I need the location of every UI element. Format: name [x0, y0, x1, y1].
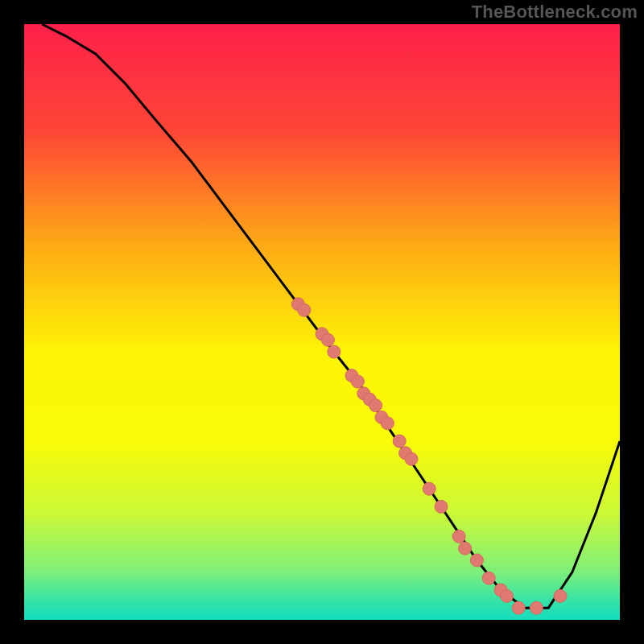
chart-marker	[351, 375, 364, 388]
chart-marker	[554, 589, 567, 602]
chart-marker	[459, 542, 472, 555]
chart-marker	[512, 601, 525, 614]
chart-marker	[321, 333, 334, 346]
chart-marker	[530, 601, 543, 614]
chart-marker	[328, 345, 341, 358]
chart-marker	[381, 417, 394, 430]
chart-marker	[369, 399, 382, 412]
chart-marker	[298, 303, 311, 316]
chart-marker	[405, 452, 418, 465]
chart-marker	[423, 482, 436, 495]
chart-marker	[452, 530, 465, 543]
chart-marker	[435, 500, 448, 513]
bottleneck-chart	[0, 0, 644, 644]
chart-marker	[470, 554, 483, 567]
chart-marker	[482, 572, 495, 584]
chart-marker	[393, 435, 406, 448]
chart-marker	[500, 589, 513, 602]
chart-plot-background	[24, 24, 620, 620]
chart-container: TheBottleneck.com	[0, 0, 644, 644]
